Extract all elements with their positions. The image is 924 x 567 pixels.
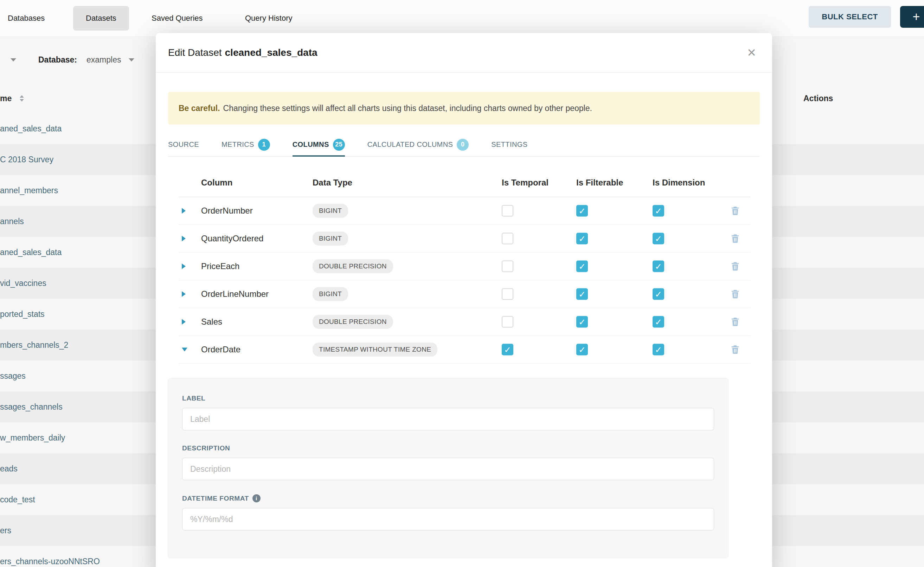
edit-dataset-modal: Edit Datasetcleaned_sales_data ✕ Be care… — [156, 33, 772, 567]
is-dimension-checkbox[interactable] — [653, 261, 664, 272]
expand-caret-icon[interactable] — [182, 208, 186, 214]
is-dimension-checkbox[interactable] — [653, 316, 664, 328]
column-name: OrderNumber — [201, 206, 253, 216]
trash-icon — [730, 316, 740, 327]
is-temporal-checkbox[interactable] — [502, 205, 513, 217]
dataset-link[interactable]: aned_sales_data — [0, 248, 62, 257]
is-filterable-checkbox[interactable] — [576, 261, 588, 272]
is-filterable-checkbox[interactable] — [576, 288, 588, 300]
is-dimension-checkbox[interactable] — [653, 288, 664, 300]
expand-caret-icon[interactable] — [182, 264, 186, 269]
column-row: PriceEach DOUBLE PRECISION — [179, 253, 750, 280]
dataset-link[interactable]: vid_vaccines — [0, 279, 47, 288]
dataset-link[interactable]: aned_sales_data — [0, 124, 62, 134]
datetime-format-field-label: DATETIME FORMAT — [182, 494, 714, 502]
dataset-link[interactable]: ssages_channels — [0, 402, 63, 412]
chevron-down-icon[interactable] — [11, 58, 16, 62]
page: Databases Datasets Saved Queries Query H… — [0, 0, 924, 567]
warning-banner-text: Changing these settings will affect all … — [223, 104, 592, 113]
dataset-link[interactable]: code_test — [0, 495, 35, 504]
delete-column-button[interactable] — [730, 261, 740, 272]
delete-column-button[interactable] — [730, 233, 740, 244]
dataset-link[interactable]: C 2018 Survey — [0, 155, 53, 164]
dataset-link[interactable]: ported_stats — [0, 309, 45, 319]
collapse-caret-icon[interactable] — [182, 348, 187, 352]
is-dimension-checkbox[interactable] — [653, 233, 664, 244]
warning-banner-emphasis: Be careful. — [179, 104, 220, 113]
is-filterable-checkbox[interactable] — [576, 344, 588, 356]
is-temporal-checkbox[interactable] — [502, 233, 513, 244]
delete-column-button[interactable] — [730, 289, 740, 299]
column-name: OrderDate — [201, 345, 241, 354]
tab-label: SETTINGS — [491, 141, 527, 148]
is-dimension-checkbox[interactable] — [653, 344, 664, 356]
is-filterable-checkbox[interactable] — [576, 316, 588, 328]
is-filterable-checkbox[interactable] — [576, 205, 588, 217]
data-type-pill: BIGINT — [313, 231, 348, 246]
column-name: PriceEach — [201, 261, 239, 271]
nav-tab-datasets[interactable]: Datasets — [73, 6, 129, 31]
dataset-link[interactable]: ers — [0, 526, 11, 536]
tab-calculated-columns[interactable]: CALCULATED COLUMNS 0 — [367, 133, 469, 156]
tab-settings[interactable]: SETTINGS — [491, 133, 527, 156]
dataset-link[interactable]: ssages — [0, 371, 26, 381]
tab-columns[interactable]: COLUMNS 25 — [292, 133, 345, 156]
trash-icon — [730, 289, 740, 299]
is-temporal-checkbox[interactable] — [502, 344, 513, 356]
expand-caret-icon[interactable] — [182, 319, 186, 325]
trash-icon — [730, 206, 740, 216]
tab-source[interactable]: SOURCE — [168, 133, 199, 156]
is-filterable-checkbox[interactable] — [576, 233, 588, 244]
tab-label: CALCULATED COLUMNS — [367, 141, 453, 148]
delete-column-button[interactable] — [730, 316, 740, 327]
tab-metrics[interactable]: METRICS 1 — [221, 133, 270, 156]
dataset-link[interactable]: ers_channels-uzooNNtSRO — [0, 557, 100, 566]
datetime-format-field-group: DATETIME FORMAT — [182, 494, 714, 531]
bulk-select-button[interactable]: BULK SELECT — [809, 6, 891, 28]
modal-close-button[interactable]: ✕ — [747, 47, 756, 58]
nav-tab-saved-queries[interactable]: Saved Queries — [152, 6, 203, 31]
trash-icon — [730, 261, 740, 272]
column-name: Sales — [201, 317, 222, 327]
metrics-count-badge: 1 — [258, 139, 270, 151]
actions-column-header: Actions — [804, 83, 833, 114]
nav-tab-query-history[interactable]: Query History — [245, 6, 292, 31]
dataset-link[interactable]: eads — [0, 464, 18, 474]
trash-icon — [730, 233, 740, 244]
database-filter-value[interactable]: examples — [86, 47, 121, 72]
column-row: OrderNumber BIGINT — [179, 197, 750, 225]
dataset-link[interactable]: mbers_channels_2 — [0, 340, 68, 350]
is-temporal-checkbox[interactable] — [502, 316, 513, 328]
is-dimension-checkbox[interactable] — [653, 205, 664, 217]
is-temporal-header: Is Temporal — [502, 178, 548, 188]
dataset-link[interactable]: annels — [0, 217, 24, 226]
name-column-header[interactable]: me — [0, 83, 12, 114]
nav-tab-databases[interactable]: Databases — [8, 6, 45, 31]
expand-caret-icon[interactable] — [182, 291, 186, 297]
is-temporal-checkbox[interactable] — [502, 288, 513, 300]
data-type-pill: BIGINT — [313, 204, 348, 218]
delete-column-button[interactable] — [730, 344, 740, 355]
description-field-label: DESCRIPTION — [182, 444, 714, 452]
description-input[interactable] — [182, 458, 714, 480]
datetime-format-input[interactable] — [182, 508, 714, 531]
sort-icon[interactable] — [20, 95, 24, 102]
expand-caret-icon[interactable] — [182, 236, 186, 242]
field-label-text: LABEL — [182, 394, 205, 402]
label-input[interactable] — [182, 408, 714, 430]
top-nav: Databases Datasets Saved Queries Query H… — [0, 0, 924, 37]
columns-table: Column Data Type Is Temporal Is Filterab… — [179, 157, 750, 364]
field-label-text: DESCRIPTION — [182, 444, 230, 452]
column-header: Column — [201, 178, 232, 188]
delete-column-button[interactable] — [730, 206, 740, 216]
add-dataset-button[interactable]: + — [900, 6, 924, 28]
tab-label: SOURCE — [168, 141, 199, 148]
label-field-group: LABEL — [182, 394, 714, 430]
info-icon[interactable] — [253, 494, 260, 502]
modal-title-prefix: Edit Dataset — [168, 47, 222, 58]
column-row: OrderLineNumber BIGINT — [179, 280, 750, 308]
dataset-link[interactable]: w_members_daily — [0, 433, 65, 442]
dataset-link[interactable]: annel_members — [0, 186, 58, 195]
chevron-down-icon[interactable] — [129, 58, 134, 62]
is-temporal-checkbox[interactable] — [502, 261, 513, 272]
